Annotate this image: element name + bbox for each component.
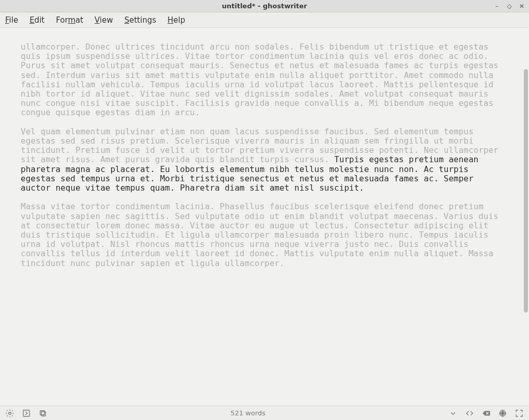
settings-icon[interactable] [5, 409, 14, 418]
menu-file[interactable]: File [5, 15, 18, 25]
word-count: 521 words [48, 409, 448, 417]
statusbar: 521 words [0, 406, 529, 420]
paragraph-1: ullamcorper. Donec ultrices tincidunt ar… [21, 42, 503, 117]
editor-container: ullamcorper. Donec ultrices tincidunt ar… [0, 28, 529, 406]
paragraph-3: Massa vitae tortor condimentum lacinia. … [21, 201, 503, 268]
menubar: File Edit Format View Settings Help [0, 12, 529, 28]
editor-textarea[interactable]: ullamcorper. Donec ultrices tincidunt ar… [0, 28, 523, 406]
menu-view[interactable]: View [95, 15, 113, 25]
fullscreen-icon[interactable] [515, 409, 524, 418]
scrollbar-thumb[interactable] [524, 69, 528, 313]
copy-icon[interactable] [38, 409, 48, 418]
maximize-button[interactable]: ◇ [505, 2, 514, 10]
export-icon[interactable] [22, 409, 31, 418]
window-title: untitled* - ghostwriter [0, 2, 529, 10]
menu-format[interactable]: Format [56, 15, 83, 25]
code-icon[interactable] [465, 409, 474, 418]
svg-rect-2 [41, 412, 45, 416]
svg-point-5 [502, 412, 504, 414]
window-controls: – ◇ ✕ [493, 2, 526, 10]
titlebar: untitled* - ghostwriter – ◇ ✕ [0, 0, 529, 12]
menu-help[interactable]: Help [167, 15, 185, 25]
scrollbar[interactable] [523, 28, 529, 406]
chevron-down-icon[interactable] [448, 409, 458, 418]
svg-rect-1 [23, 410, 29, 416]
close-button[interactable]: ✕ [518, 2, 526, 10]
svg-rect-3 [40, 410, 44, 414]
svg-point-0 [9, 412, 11, 414]
menu-edit[interactable]: Edit [29, 15, 44, 25]
backspace-icon[interactable] [481, 409, 491, 418]
minimize-button[interactable]: – [493, 2, 501, 10]
focus-mode-icon[interactable] [498, 409, 507, 418]
menu-settings[interactable]: Settings [125, 15, 157, 25]
